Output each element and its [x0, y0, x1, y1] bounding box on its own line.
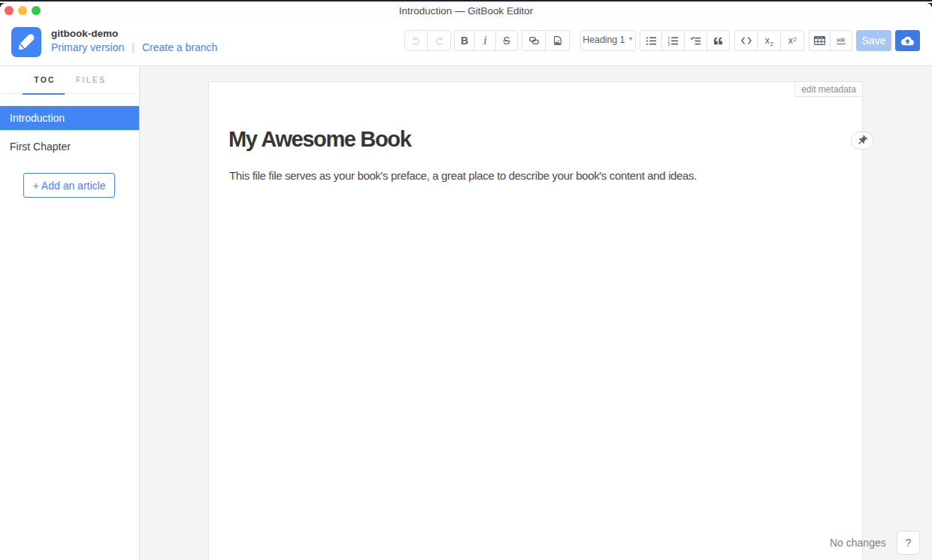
svg-text:3: 3 — [667, 43, 670, 47]
